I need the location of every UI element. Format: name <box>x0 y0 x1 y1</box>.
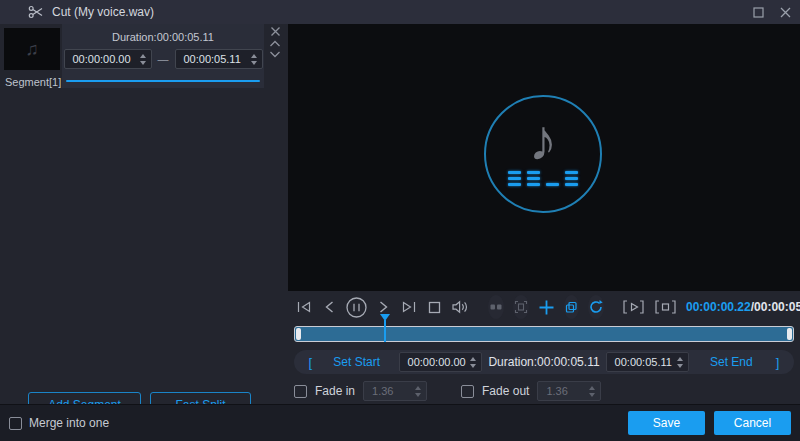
add-button[interactable] <box>538 299 555 316</box>
segment-end-value[interactable]: 00:00:05.11 <box>184 53 248 65</box>
audio-disc: ♪ <box>484 95 602 213</box>
segment-duration-label: Duration:00:00:05.11 <box>62 24 264 43</box>
step-forward-button[interactable] <box>377 299 391 315</box>
audio-preview-area: ♪ <box>288 24 800 291</box>
trim-settings-bar: [ Set Start 00:00:00.00 Duration:00:00:0… <box>294 350 794 374</box>
playhead-line <box>384 320 386 342</box>
segment-label: Segment[1] <box>5 76 61 88</box>
close-button[interactable] <box>779 6 792 19</box>
segment-thumbnail[interactable]: ♫ <box>4 28 60 70</box>
play-segment-button[interactable] <box>622 299 645 315</box>
spinner-down-icon[interactable] <box>589 393 595 397</box>
merge-option[interactable]: Merge into one <box>9 416 109 430</box>
fade-in-label: Fade in <box>315 384 355 398</box>
total-time: /00:00:05.11 <box>751 300 800 314</box>
fade-out-spinner[interactable] <box>586 386 598 397</box>
trim-start-handle[interactable] <box>296 328 301 340</box>
spinner-up-icon[interactable] <box>677 357 683 361</box>
spinner-down-icon[interactable] <box>677 364 683 368</box>
trim-start-spinner[interactable] <box>467 357 479 368</box>
music-note-icon: ♪ <box>529 111 558 169</box>
preview-panel: ♪ <box>288 24 800 404</box>
stop-segment-button[interactable] <box>654 299 677 315</box>
segment-start-spinner[interactable] <box>137 54 149 65</box>
titlebar: Cut (My voice.wav) <box>0 0 800 24</box>
fade-out-checkbox[interactable] <box>461 385 474 398</box>
stop-button[interactable] <box>427 300 442 315</box>
fade-out-value: 1.36 <box>546 385 586 397</box>
trim-duration-label: Duration:00:00:05.11 <box>488 355 599 369</box>
move-up-icon[interactable] <box>269 39 281 48</box>
segment-card[interactable]: Duration:00:00:05.11 00:00:00.00 — 00:00… <box>62 24 264 88</box>
timeline[interactable] <box>294 314 794 346</box>
segment-end-spinner[interactable] <box>248 54 260 65</box>
segment-actions <box>266 26 284 59</box>
spinner-down-icon[interactable] <box>415 393 421 397</box>
merge-checkbox[interactable] <box>9 417 22 430</box>
move-down-icon[interactable] <box>269 50 281 59</box>
segment-list-panel: ♫ Segment[1] Duration:00:00:05.11 00:00:… <box>0 24 288 404</box>
spinner-down-icon[interactable] <box>140 61 146 65</box>
timeline-track[interactable] <box>294 326 794 342</box>
segment-end-input[interactable]: 00:00:05.11 <box>175 49 263 69</box>
spinner-up-icon[interactable] <box>251 54 257 58</box>
set-end-button[interactable]: Set End <box>695 355 767 369</box>
fade-controls: Fade in 1.36 Fade out 1.36 <box>294 380 794 402</box>
spinner-up-icon[interactable] <box>415 386 421 390</box>
equalizer-icon <box>508 171 578 186</box>
segment-progress-line <box>66 80 260 82</box>
window-title: Cut (My voice.wav) <box>52 5 154 19</box>
close-bracket: ] <box>773 355 782 370</box>
trim-start-value[interactable]: 00:00:00.00 <box>408 356 468 368</box>
spinner-up-icon[interactable] <box>140 54 146 58</box>
segment-start-value[interactable]: 00:00:00.00 <box>73 53 137 65</box>
fade-in-value: 1.36 <box>372 385 412 397</box>
maximize-button[interactable] <box>752 6 765 19</box>
current-time: 00:00:00.22 <box>686 300 751 314</box>
trim-end-handle[interactable] <box>787 328 792 340</box>
trim-end-input[interactable]: 00:00:05.11 <box>606 352 690 372</box>
fade-in-spinner[interactable] <box>412 386 424 397</box>
range-separator: — <box>158 53 169 65</box>
cancel-button[interactable]: Cancel <box>714 411 791 435</box>
next-frame-button[interactable] <box>400 299 418 315</box>
spinner-up-icon[interactable] <box>589 386 595 390</box>
set-start-button[interactable]: Set Start <box>321 355 393 369</box>
trim-end-value[interactable]: 00:00:05.11 <box>615 356 675 368</box>
merge-label: Merge into one <box>29 416 109 430</box>
trim-end-spinner[interactable] <box>674 357 686 368</box>
fade-out-input[interactable]: 1.36 <box>537 381 601 401</box>
open-bracket: [ <box>306 355 315 370</box>
segment-start-input[interactable]: 00:00:00.00 <box>64 49 152 69</box>
music-notes-icon: ♫ <box>25 39 39 60</box>
spinner-down-icon[interactable] <box>251 61 257 65</box>
fade-in-input[interactable]: 1.36 <box>363 381 427 401</box>
time-display: 00:00:00.22/00:00:05.11 <box>686 300 800 314</box>
delete-segment-icon[interactable] <box>270 26 281 37</box>
scissors-icon <box>28 4 44 20</box>
spinner-down-icon[interactable] <box>470 364 476 368</box>
fade-in-checkbox[interactable] <box>294 385 307 398</box>
volume-button[interactable] <box>451 299 470 315</box>
fade-out-label: Fade out <box>482 384 529 398</box>
spinner-up-icon[interactable] <box>470 357 476 361</box>
save-button[interactable]: Save <box>628 411 705 435</box>
step-backward-button[interactable] <box>322 299 336 315</box>
footer-bar: Merge into one Save Cancel <box>0 404 800 441</box>
previous-frame-button[interactable] <box>295 299 313 315</box>
trim-start-input[interactable]: 00:00:00.00 <box>399 352 483 372</box>
